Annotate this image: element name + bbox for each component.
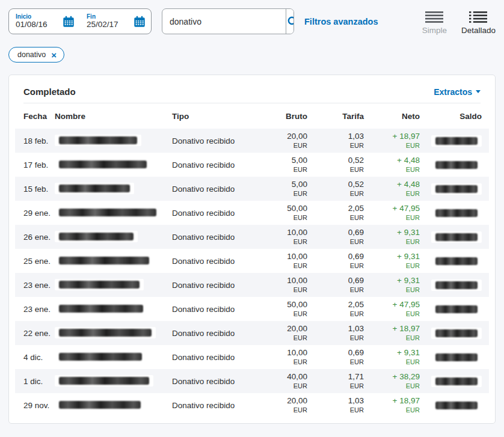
filter-chip-donativo[interactable]: donativo × (8, 47, 64, 63)
balance-cell (420, 231, 482, 243)
redacted-name (59, 185, 130, 192)
transactions-card: Completado Extractos Fecha Nombre Tipo B… (8, 75, 496, 424)
transaction-date: 17 feb. (23, 160, 55, 170)
net-amount: + 47,95 EUR (364, 300, 420, 319)
column-header-nombre: Nombre (55, 112, 172, 121)
fee-amount: 2,05 EUR (307, 300, 364, 319)
view-toggle-simple[interactable]: Simple (422, 11, 447, 35)
redacted-balance (435, 281, 478, 289)
net-amount: + 9,31 EUR (364, 228, 420, 246)
redacted-balance (435, 257, 478, 265)
start-date-field[interactable]: Inicio 01/08/16 (9, 9, 80, 34)
redacted-balance (435, 353, 478, 361)
table-row[interactable]: 29 ene. Donativo recibido 50,00 EUR 2,05… (15, 201, 489, 225)
redacted-name (59, 377, 149, 385)
statements-dropdown[interactable]: Extractos (434, 87, 481, 97)
transaction-type: Donativo recibido (172, 136, 270, 145)
transaction-date: 4 dic. (23, 353, 55, 362)
transaction-name-cell (55, 303, 172, 315)
redacted-balance (435, 209, 478, 217)
view-toggle-simple-label: Simple (422, 26, 447, 35)
gross-amount: 10,00 EUR (270, 348, 307, 367)
net-amount: + 18,97 EUR (364, 324, 420, 343)
transaction-type: Donativo recibido (172, 329, 270, 338)
transaction-name-cell (55, 279, 172, 291)
transaction-date: 18 feb. (23, 136, 55, 145)
table-row[interactable]: 25 ene. Donativo recibido 10,00 EUR 0,69… (15, 249, 489, 273)
end-date-field[interactable]: Fin 25/02/17 (80, 9, 151, 34)
table-row[interactable]: 23 ene. Donativo recibido 50,00 EUR 2,05… (15, 297, 489, 321)
redacted-name (59, 160, 147, 168)
transaction-date: 25 ene. (23, 257, 55, 266)
fee-amount: 0,69 EUR (307, 348, 364, 367)
card-header: Completado Extractos (23, 75, 481, 103)
redacted-balance (435, 377, 478, 385)
fee-amount: 2,05 EUR (307, 204, 364, 222)
table-row[interactable]: 26 ene. Donativo recibido 10,00 EUR 0,69… (15, 225, 489, 249)
gross-amount: 5,00 EUR (270, 180, 307, 198)
table-header-row: Fecha Nombre Tipo Bruto Tarifa Neto Sald… (15, 103, 489, 129)
table-row[interactable]: 22 ene. Donativo recibido 20,00 EUR 1,03… (15, 321, 489, 345)
search-box (162, 8, 294, 34)
table-row[interactable]: 1 dic. Donativo recibido 40,00 EUR 1,71 … (15, 369, 489, 393)
gross-amount: 10,00 EUR (270, 252, 307, 270)
balance-cell (420, 135, 482, 147)
fee-amount: 1,03 EUR (307, 132, 364, 150)
redacted-name (59, 233, 134, 240)
calendar-icon[interactable] (133, 15, 146, 28)
table-row[interactable]: 29 nov. Donativo recibido 20,00 EUR 1,03… (15, 393, 489, 417)
advanced-filters-link[interactable]: Filtros avanzados (304, 17, 378, 26)
net-amount: + 4,48 EUR (364, 180, 420, 198)
column-header-tarifa: Tarifa (307, 112, 364, 121)
view-toggle-detailed[interactable]: Detallado (461, 11, 496, 35)
transaction-type: Donativo recibido (172, 281, 270, 290)
start-date-value[interactable]: 01/08/16 (16, 20, 60, 29)
net-amount: + 9,31 EUR (364, 276, 420, 295)
end-date-value[interactable]: 25/02/17 (87, 20, 131, 29)
redacted-name (59, 305, 143, 313)
transaction-type: Donativo recibido (172, 160, 270, 170)
net-amount: + 9,31 EUR (364, 348, 420, 367)
redacted-balance (435, 161, 478, 169)
statements-label: Extractos (434, 87, 472, 97)
net-amount: + 18,97 EUR (364, 396, 420, 415)
transaction-type: Donativo recibido (172, 305, 270, 314)
search-button[interactable] (286, 9, 294, 34)
simple-list-icon (425, 11, 443, 23)
table-row[interactable]: 18 feb. Donativo recibido 20,00 EUR 1,03… (15, 129, 489, 153)
balance-cell (420, 352, 482, 363)
search-icon (286, 15, 294, 28)
transaction-date: 15 feb. (23, 185, 55, 194)
fee-amount: 0,52 EUR (307, 156, 364, 174)
table-row[interactable]: 17 feb. Donativo recibido 5,00 EUR 0,52 … (15, 153, 489, 177)
transaction-name-cell (55, 159, 172, 171)
redacted-balance (435, 185, 478, 193)
table-row[interactable]: 23 ene. Donativo recibido 10,00 EUR 0,69… (15, 273, 489, 297)
redacted-name (59, 281, 140, 289)
net-amount: + 4,48 EUR (364, 156, 420, 174)
view-toggle-detailed-label: Detallado (461, 26, 496, 35)
gross-amount: 20,00 EUR (270, 396, 307, 415)
transaction-type: Donativo recibido (172, 209, 270, 218)
transaction-name-cell (55, 375, 172, 387)
transaction-name-cell (55, 351, 172, 363)
close-icon[interactable]: × (51, 50, 57, 60)
transaction-date: 29 nov. (23, 401, 55, 410)
fee-amount: 0,69 EUR (307, 252, 364, 270)
table-body: 18 feb. Donativo recibido 20,00 EUR 1,03… (15, 129, 489, 417)
section-title: Completado (23, 87, 76, 97)
calendar-icon[interactable] (62, 15, 75, 28)
column-header-bruto: Bruto (270, 112, 307, 121)
transaction-name-cell (55, 399, 172, 411)
search-input[interactable] (162, 9, 286, 34)
table-row[interactable]: 15 feb. Donativo recibido 5,00 EUR 0,52 … (15, 177, 489, 201)
balance-cell (420, 280, 482, 291)
column-header-tipo: Tipo (172, 112, 270, 121)
gross-amount: 20,00 EUR (270, 132, 307, 150)
table-row[interactable]: 4 dic. Donativo recibido 10,00 EUR 0,69 … (15, 345, 489, 369)
fee-amount: 1,03 EUR (307, 324, 364, 343)
transaction-date: 1 dic. (23, 377, 55, 386)
date-range-picker[interactable]: Inicio 01/08/16 (8, 8, 152, 34)
transaction-type: Donativo recibido (172, 257, 270, 266)
redacted-name (59, 329, 152, 337)
